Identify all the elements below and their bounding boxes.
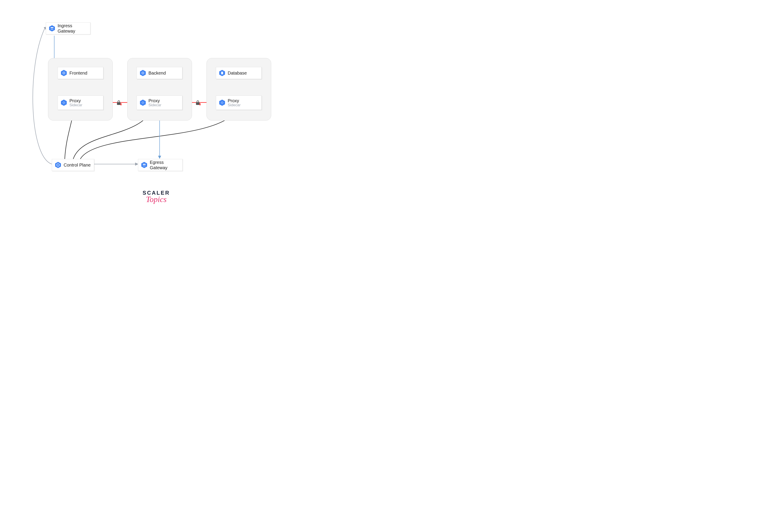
svg-point-10 [63,102,63,103]
svg-marker-16 [140,100,146,106]
node-proxy-1: Proxy Sidecar [58,96,103,110]
svg-point-3 [52,29,53,30]
proxy2-sublabel: Sidecar [148,103,161,107]
svg-point-26 [222,102,222,102]
control-plane-icon [55,162,61,168]
svg-point-27 [221,102,222,103]
svg-rect-39 [121,104,121,105]
svg-point-12 [63,103,64,104]
svg-rect-33 [143,164,145,165]
branding-logo: SCALER Topics [139,190,174,204]
svg-point-7 [63,73,64,73]
svg-point-34 [143,166,144,166]
svg-marker-32 [141,162,147,168]
node-proxy-2: Proxy Sidecar [137,96,182,110]
svg-rect-42 [200,104,200,105]
svg-point-2 [51,29,52,30]
svg-point-35 [144,166,145,166]
proxy3-label: Proxy [228,98,239,103]
svg-rect-37 [117,102,121,105]
gateway-icon [49,25,55,32]
node-egress-gateway: Egress Gateway [138,159,182,171]
node-database: Database [216,67,261,79]
svg-point-29 [222,103,222,104]
svg-point-11 [64,102,65,103]
control-label: Control Plane [63,162,91,168]
svg-point-36 [145,166,145,166]
svg-point-24 [221,73,223,74]
ingress-label: Ingress Gateway [58,23,88,34]
proxy-icon [60,99,67,106]
node-control-plane: Control Plane [52,159,94,171]
svg-rect-1 [51,27,53,28]
svg-marker-8 [61,100,67,106]
proxy1-sublabel: Sidecar [69,103,82,107]
svg-point-17 [143,102,143,102]
lock-icon [195,100,201,106]
gateway-icon [141,162,147,168]
proxy-icon [140,99,146,106]
service-mesh-diagram: Ingress Gateway Frontend Proxy Sidecar B… [0,0,312,219]
svg-point-22 [221,72,223,72]
service-icon [60,70,67,76]
proxy1-text: Proxy Sidecar [69,98,82,107]
svg-point-20 [143,103,143,104]
node-frontend: Frontend [58,67,103,79]
node-proxy-3: Proxy Sidecar [216,96,261,110]
lock-icon [116,100,122,106]
svg-point-4 [53,29,53,30]
proxy-icon [219,99,225,106]
node-ingress-gateway: Ingress Gateway [46,22,90,34]
svg-marker-0 [49,25,55,31]
svg-point-18 [142,102,142,103]
svg-point-28 [223,102,223,103]
database-icon [219,70,225,76]
svg-point-9 [63,102,64,102]
svg-marker-25 [219,100,225,106]
frontend-label: Frontend [69,70,87,76]
proxy3-sublabel: Sidecar [228,103,241,107]
svg-marker-30 [55,162,61,168]
proxy2-text: Proxy Sidecar [148,98,161,107]
brand-subname: Topics [139,195,174,204]
proxy2-label: Proxy [148,98,160,103]
proxy3-text: Proxy Sidecar [228,98,241,107]
svg-point-19 [143,102,144,103]
svg-point-15 [143,73,143,73]
backend-label: Backend [148,70,166,76]
svg-point-23 [221,72,223,73]
egress-label: Egress Gateway [150,160,180,170]
node-backend: Backend [137,67,182,79]
proxy1-label: Proxy [69,98,81,103]
service-icon [140,70,146,76]
database-label: Database [228,70,247,76]
svg-rect-40 [196,102,200,105]
